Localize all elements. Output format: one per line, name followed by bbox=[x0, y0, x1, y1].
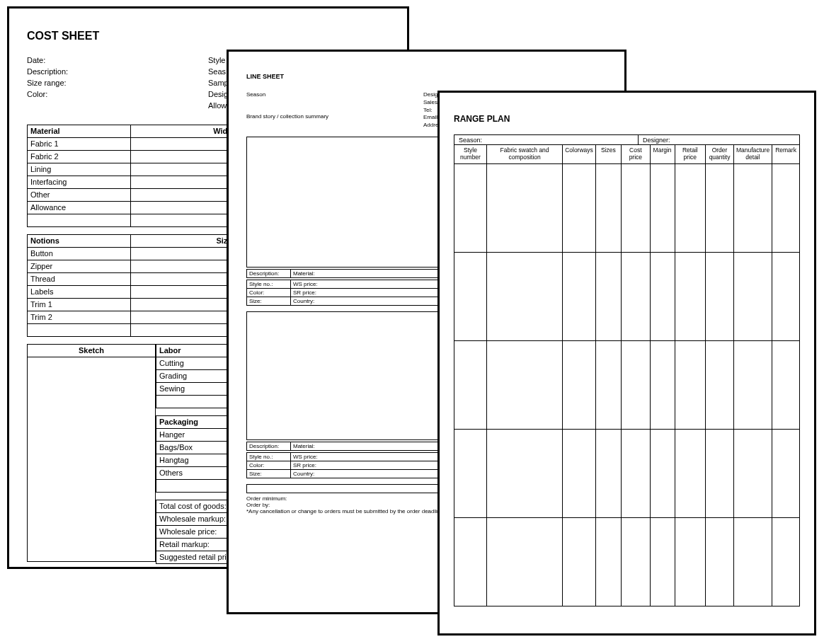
mat-row: Fabric 1 bbox=[28, 137, 131, 150]
mat-row: Lining bbox=[28, 163, 131, 176]
ls-styleno: Style no.: bbox=[247, 280, 291, 288]
pack-row bbox=[156, 479, 231, 492]
ls-season: Season bbox=[246, 91, 409, 99]
mat-row: Fabric 2 bbox=[28, 150, 131, 163]
not-row bbox=[28, 323, 131, 336]
rp-h-remark: Remark bbox=[772, 145, 800, 164]
ls-styleno: Style no.: bbox=[247, 452, 291, 461]
field-size-range: Size range: bbox=[27, 78, 208, 89]
not-row: Labels bbox=[28, 285, 131, 298]
rp-row bbox=[454, 341, 800, 430]
not-row: Button bbox=[28, 247, 131, 260]
mat-row: Interfacing bbox=[28, 176, 131, 188]
sketch-column: Sketch bbox=[27, 344, 156, 564]
rp-h-sizes: Sizes bbox=[595, 145, 621, 164]
field-date: Date: bbox=[27, 55, 208, 67]
field-description: Description: bbox=[27, 67, 208, 78]
rp-season: Season: bbox=[454, 134, 639, 145]
pack-row: Others bbox=[156, 466, 231, 479]
materials-h1: Material bbox=[28, 125, 131, 137]
range-plan-page: RANGE PLAN Season: Designer: Style numbe… bbox=[437, 91, 816, 636]
line-sheet-title: LINE SHEET bbox=[246, 73, 607, 80]
rp-row bbox=[454, 518, 800, 606]
notions-h1: Notions bbox=[28, 234, 131, 247]
rp-h-margin: Margin bbox=[650, 145, 675, 164]
not-row: Trim 2 bbox=[28, 311, 131, 323]
rp-h-style: Style number bbox=[454, 145, 487, 164]
ls-size: Size: bbox=[247, 297, 291, 305]
rp-row bbox=[454, 253, 800, 341]
rp-h-qty: Order quantity bbox=[706, 145, 734, 164]
rp-h-retail: Retail price bbox=[675, 145, 706, 164]
mat-row bbox=[28, 214, 131, 226]
labor-row bbox=[156, 395, 231, 408]
ls-desc: Description: bbox=[247, 269, 291, 277]
range-plan-table: Style number Fabric swatch and compositi… bbox=[454, 144, 800, 606]
rp-h-colorways: Colorways bbox=[563, 145, 596, 164]
sketch-box bbox=[27, 357, 156, 562]
pack-row: Hangtag bbox=[156, 454, 231, 466]
mat-row: Other bbox=[28, 188, 131, 201]
rp-row bbox=[454, 164, 800, 253]
cost-sheet-title: COST SHEET bbox=[27, 30, 389, 42]
labor-row: Cutting bbox=[156, 357, 231, 369]
ls-color: Color: bbox=[247, 288, 291, 297]
not-row: Trim 1 bbox=[28, 298, 131, 311]
labor-row: Grading bbox=[156, 369, 231, 382]
rp-h-manuf: Manufacture detail bbox=[733, 145, 772, 164]
pack-row: Hanger bbox=[156, 428, 231, 441]
field-color: Color: bbox=[27, 89, 208, 100]
labor-header: Labor bbox=[156, 344, 231, 357]
rp-designer: Designer: bbox=[639, 134, 800, 145]
labor-row: Sewing bbox=[156, 382, 231, 395]
ls-color: Color: bbox=[247, 461, 291, 469]
packaging-header: Packaging bbox=[156, 415, 231, 428]
ls-size: Size: bbox=[247, 469, 291, 478]
not-row: Zipper bbox=[28, 260, 131, 272]
range-plan-title: RANGE PLAN bbox=[454, 114, 800, 124]
pack-row: Bags/Box bbox=[156, 441, 231, 454]
ls-brand-story: Brand story / collection summary bbox=[246, 113, 409, 121]
mat-row: Allowance bbox=[28, 201, 131, 214]
sketch-header: Sketch bbox=[28, 344, 156, 357]
ls-desc: Description: bbox=[247, 442, 291, 450]
rp-row bbox=[454, 430, 800, 518]
rp-h-swatch: Fabric swatch and composition bbox=[487, 145, 563, 164]
rp-h-cost: Cost price bbox=[622, 145, 651, 164]
not-row: Thread bbox=[28, 272, 131, 285]
